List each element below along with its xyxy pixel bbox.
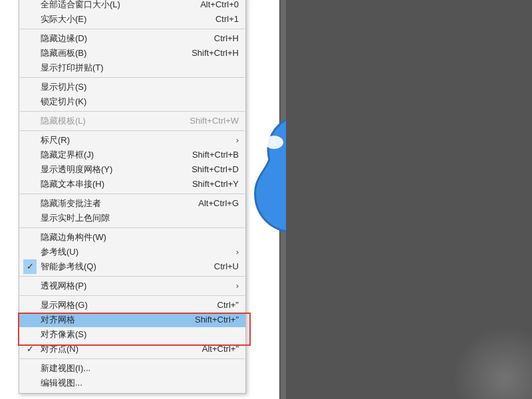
menu-item[interactable]: 全部适合窗口大小(L)Alt+Ctrl+0 [19, 0, 245, 12]
chevron-right-icon: › [228, 133, 239, 148]
menu-separator [20, 77, 245, 78]
menu-item[interactable]: 标尺(R)› [19, 133, 245, 148]
menu-item[interactable]: 新建视图(I)... [19, 361, 245, 376]
menu-item-shortcut: Shift+Ctrl+" [187, 313, 239, 327]
menu-separator [20, 276, 245, 277]
menu-item[interactable]: 隐藏渐变批注者Alt+Ctrl+G [19, 196, 245, 211]
menu-item-shortcut: Ctrl+U [206, 259, 239, 274]
menu-item[interactable]: 对齐像素(S) [19, 327, 245, 342]
menu-item[interactable]: 对齐网格Shift+Ctrl+" [19, 313, 245, 327]
menu-separator [20, 295, 245, 296]
app-stage: 全部适合窗口大小(L)Alt+Ctrl+0实际大小(E)Ctrl+1隐藏边缘(D… [0, 0, 532, 399]
menu-item-shortcut: Alt+Ctrl+" [194, 342, 239, 356]
menu-item-label: 锁定切片(K) [41, 94, 239, 109]
menu-item-label: 全部适合窗口大小(L) [41, 0, 192, 12]
chevron-right-icon: › [228, 279, 239, 293]
menu-item-shortcut: Alt+Ctrl+0 [192, 0, 239, 12]
menu-item[interactable]: 隐藏文本串接(H)Shift+Ctrl+Y [19, 177, 245, 192]
menu-item-label: 隐藏渐变批注者 [41, 196, 190, 211]
menu-item[interactable]: 隐藏定界框(J)Shift+Ctrl+B [19, 148, 245, 162]
menu-item-label: 隐藏文本串接(H) [41, 177, 184, 192]
menu-item-shortcut: Alt+Ctrl+G [190, 196, 239, 211]
menu-item-label: 显示网格(G) [41, 298, 209, 313]
menu-item-label: 隐藏定界框(J) [41, 148, 184, 162]
menu-separator [20, 29, 245, 29]
menu-item: 隐藏模板(L)Shift+Ctrl+W [19, 114, 245, 128]
menu-item[interactable]: 隐藏边角构件(W) [19, 230, 245, 245]
menu-item[interactable]: 锁定切片(K) [19, 94, 245, 109]
menu-item-shortcut: Ctrl+" [209, 298, 239, 313]
menu-item-shortcut: Ctrl+1 [207, 12, 239, 27]
menu-item[interactable]: 编辑视图... [19, 376, 245, 390]
menu-item-label: 隐藏模板(L) [41, 114, 182, 128]
menu-item[interactable]: 显示透明度网格(Y)Shift+Ctrl+D [19, 162, 245, 177]
menu-separator [20, 194, 245, 194]
menu-item-label: 对齐像素(S) [41, 327, 239, 342]
menu-item-shortcut: Shift+Ctrl+B [184, 148, 239, 162]
menu-item-label: 显示切片(S) [41, 80, 239, 94]
menu-item[interactable]: 显示网格(G)Ctrl+" [19, 298, 245, 313]
menu-item-label: 编辑视图... [41, 376, 239, 390]
menu-item-label: 智能参考线(Q) [41, 259, 206, 274]
menu-item-label: 实际大小(E) [41, 12, 207, 27]
menu-item-shortcut: Shift+Ctrl+W [182, 114, 239, 128]
menu-item[interactable]: 透视网格(P)› [19, 279, 245, 293]
menu-item[interactable]: 隐藏边缘(D)Ctrl+H [19, 31, 245, 46]
menu-item-shortcut: Shift+Ctrl+Y [184, 177, 239, 192]
menu-item-label: 新建视图(I)... [41, 361, 239, 376]
menu-item-label: 显示透明度网格(Y) [41, 162, 184, 177]
menu-item[interactable]: 参考线(U)› [19, 245, 245, 259]
menu-item-label: 隐藏画板(B) [41, 46, 184, 61]
menu-item-shortcut: Shift+Ctrl+D [184, 162, 239, 177]
view-menu[interactable]: 全部适合窗口大小(L)Alt+Ctrl+0实际大小(E)Ctrl+1隐藏边缘(D… [19, 0, 246, 394]
menu-item-label: 显示打印拼贴(T) [41, 61, 239, 75]
check-icon: ✓ [23, 342, 37, 356]
menu-item[interactable]: 显示打印拼贴(T) [19, 61, 245, 75]
menu-item-label: 标尺(R) [41, 133, 228, 148]
menu-item[interactable]: ✓对齐点(N)Alt+Ctrl+" [19, 342, 245, 356]
menu-item[interactable]: 隐藏画板(B)Shift+Ctrl+H [19, 46, 245, 61]
menu-item-label: 参考线(U) [41, 245, 228, 259]
chevron-right-icon: › [228, 245, 239, 259]
menu-item[interactable]: 显示切片(S) [19, 80, 245, 94]
menu-item-shortcut: Shift+Ctrl+H [184, 46, 239, 61]
menu-item-label: 显示实时上色间隙 [41, 211, 239, 225]
menu-item-shortcut: Ctrl+H [206, 31, 239, 46]
corner-glow [452, 326, 532, 399]
menu-separator [20, 111, 245, 112]
menu-separator [20, 227, 245, 228]
menu-item-label: 透视网格(P) [41, 279, 228, 293]
menu-separator [20, 130, 245, 131]
check-icon: ✓ [23, 259, 37, 274]
menu-separator [20, 358, 245, 359]
right-panel [286, 0, 532, 399]
menu-item-label: 隐藏边缘(D) [41, 31, 206, 46]
menu-item-label: 隐藏边角构件(W) [41, 230, 239, 245]
menu-item-label: 对齐网格 [41, 313, 187, 327]
menu-item[interactable]: 实际大小(E)Ctrl+1 [19, 12, 245, 27]
menu-item[interactable]: ✓智能参考线(Q)Ctrl+U [19, 259, 245, 274]
menu-item[interactable]: 显示实时上色间隙 [19, 211, 245, 225]
menu-item-label: 对齐点(N) [41, 342, 194, 356]
